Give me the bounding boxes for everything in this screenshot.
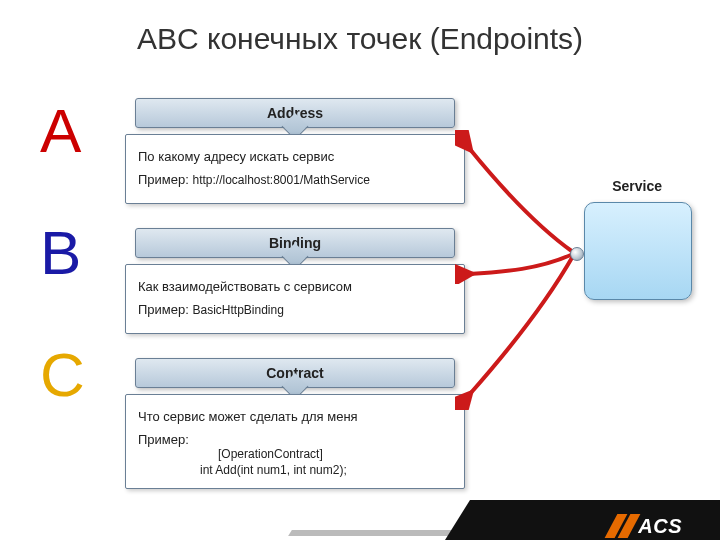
logo-slashes-icon — [611, 514, 637, 538]
binding-block: Binding Как взаимодействовать с сервисом… — [125, 228, 465, 334]
contract-example-line1: [OperationContract] — [218, 447, 452, 463]
address-example-label: Пример: — [138, 172, 189, 187]
binding-example-label: Пример: — [138, 302, 189, 317]
letter-b: B — [40, 222, 100, 284]
abc-letters: A B C — [40, 100, 100, 466]
address-body: По какому адресу искать сервис Пример: h… — [125, 134, 465, 204]
page-title: ABC конечных точек (Endpoints) — [0, 0, 720, 56]
letter-c: C — [40, 344, 100, 406]
binding-body: Как взаимодействовать с сервисом Пример:… — [125, 264, 465, 334]
contract-body: Что сервис может сделать для меня Пример… — [125, 394, 465, 489]
service-box — [584, 202, 692, 300]
arrow-to-contract — [455, 250, 595, 410]
acs-logo: ACS — [611, 514, 682, 538]
address-block: Address По какому адресу искать сервис П… — [125, 98, 465, 204]
address-header: Address — [135, 98, 455, 128]
contract-desc: Что сервис может сделать для меня — [138, 409, 452, 424]
contract-example-line2: int Add(int num1, int num2); — [200, 463, 452, 479]
binding-example-value: BasicHttpBinding — [192, 303, 283, 317]
letter-a: A — [40, 100, 100, 162]
logo-text: ACS — [638, 515, 682, 538]
service-label: Service — [612, 178, 662, 194]
address-desc: По какому адресу искать сервис — [138, 149, 452, 164]
binding-header: Binding — [135, 228, 455, 258]
binding-desc: Как взаимодействовать с сервисом — [138, 279, 452, 294]
service-endpoint-dot — [570, 247, 584, 261]
contract-block: Contract Что сервис может сделать для ме… — [125, 358, 465, 489]
address-example-value: http://localhost:8001/MathService — [192, 173, 369, 187]
contract-example-label: Пример: — [138, 432, 189, 447]
contract-header: Contract — [135, 358, 455, 388]
